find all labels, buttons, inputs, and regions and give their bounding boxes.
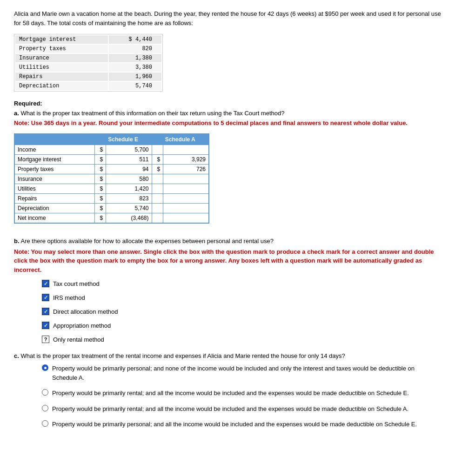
col-header-label [14,134,94,145]
schedule-label: Depreciation [14,203,94,213]
radio-item[interactable]: Property would be primarily rental; and … [42,404,448,414]
schedule-e-dollar: $ [94,203,106,213]
checkbox-item[interactable]: ? Only rental method [42,336,448,343]
question-a-label: a. What is the proper tax treatment of t… [14,110,448,117]
schedule-e-value: 823 [106,193,152,203]
schedule-e-dollar: $ [94,174,106,184]
schedule-a-value: 3,929 [163,154,209,164]
cost-value: 820 [109,45,161,53]
cost-row: Insurance1,380 [15,54,161,62]
checkbox-label: IRS method [53,294,85,301]
cost-row: Mortgage interest$ 4,440 [15,35,161,44]
schedule-wrapper: Schedule E Schedule A Income $ 5,700 Mor… [14,133,448,224]
cost-label: Utilities [15,63,108,72]
cost-value: 5,740 [109,82,161,90]
schedule-e-dollar: $ [94,193,106,203]
checkbox-item[interactable]: ✓ IRS method [42,294,448,301]
question-b-label: b. Are there options available for how t… [14,238,448,245]
schedule-row: Income $ 5,700 [14,145,209,154]
cost-label: Property taxes [15,45,108,53]
schedule-row: Property taxes $ 94 $ 726 [14,164,209,174]
radio-circle[interactable] [42,364,48,371]
schedule-row: Depreciation $ 5,740 [14,203,209,213]
radio-circle[interactable] [42,389,48,396]
radio-item[interactable]: Property would be primarily rental; and … [42,389,448,398]
schedule-label: Repairs [14,193,94,203]
checkbox-item[interactable]: ✓ Tax court method [42,280,448,287]
schedule-a-dollar [152,145,163,154]
cost-value: 1,960 [109,73,161,81]
radio-text: Property would be primarily personal; an… [52,420,417,429]
schedule-table: Schedule E Schedule A Income $ 5,700 Mor… [14,133,209,224]
schedule-row: Net income $ (3,468) [14,213,209,223]
schedule-label: Utilities [14,184,94,193]
checkbox-item[interactable]: ✓ Appropriation method [42,322,448,329]
checkbox-item[interactable]: ✓ Direct allocation method [42,308,448,315]
checkbox-box[interactable]: ✓ [42,294,49,301]
schedule-e-value: 1,420 [106,184,152,193]
schedule-a-value [163,193,209,203]
schedule-row: Mortgage interest $ 511 $ 3,929 [14,154,209,164]
radio-item[interactable]: Property would be primarily personal; an… [42,364,448,382]
radio-text: Property would be primarily personal; an… [52,364,434,382]
schedule-a-value [163,145,209,154]
schedule-a-value [163,213,209,223]
schedule-e-value: 5,700 [106,145,152,154]
schedule-label: Net income [14,213,94,223]
schedule-e-value: 511 [106,154,152,164]
cost-value: 1,380 [109,54,161,62]
schedule-a-dollar: $ [152,164,163,174]
cost-row: Utilities3,380 [15,63,161,72]
cost-row: Depreciation5,740 [15,82,161,90]
radio-circle[interactable] [42,405,48,411]
section-c: c. What is the proper tax treatment of t… [14,352,448,429]
schedule-e-value: 580 [106,174,152,184]
radio-item[interactable]: Property would be primarily personal; an… [42,420,448,429]
cost-label: Mortgage interest [15,35,108,44]
schedule-a-value [163,174,209,184]
cost-table: Mortgage interest$ 4,440Property taxes82… [14,34,163,92]
schedule-e-dollar: $ [94,164,106,174]
schedule-a-dollar [152,174,163,184]
schedule-label: Mortgage interest [14,154,94,164]
schedule-e-dollar: $ [94,145,106,154]
schedule-label: Insurance [14,174,94,184]
schedule-a-dollar [152,203,163,213]
schedule-a-dollar: $ [152,154,163,164]
schedule-label: Income [14,145,94,154]
schedule-a-dollar [152,184,163,193]
intro-text: Alicia and Marie own a vacation home at … [14,9,448,27]
schedule-row: Repairs $ 823 [14,193,209,203]
schedule-e-value: 5,740 [106,203,152,213]
cost-value: $ 4,440 [109,35,161,44]
radio-group: Property would be primarily personal; an… [42,364,448,429]
cost-label: Insurance [15,54,108,62]
cost-label: Depreciation [15,82,108,90]
cost-value: 3,380 [109,63,161,72]
section-b: b. Are there options available for how t… [14,238,448,344]
checkbox-label: Only rental method [53,336,104,343]
required-label: Required: [14,100,448,107]
schedule-e-value: (3,468) [106,213,152,223]
checkbox-box[interactable]: ✓ [42,322,49,329]
col-header-schedule-e: Schedule E [94,134,152,145]
checkbox-box[interactable]: ? [42,336,49,343]
radio-circle[interactable] [42,420,48,427]
schedule-a-dollar [152,193,163,203]
schedule-row: Insurance $ 580 [14,174,209,184]
cost-row: Repairs1,960 [15,73,161,81]
schedule-e-dollar: $ [94,154,106,164]
schedule-row: Utilities $ 1,420 [14,184,209,193]
checkbox-box[interactable]: ✓ [42,308,49,315]
schedule-e-dollar: $ [94,184,106,193]
schedule-a-value [163,203,209,213]
schedule-e-value: 94 [106,164,152,174]
schedule-a-dollar [152,213,163,223]
schedule-a-value [163,184,209,193]
question-c-label: c. What is the proper tax treatment of t… [14,352,448,359]
cost-row: Property taxes820 [15,45,161,53]
schedule-label: Property taxes [14,164,94,174]
schedule-e-dollar: $ [94,213,106,223]
checkbox-label: Tax court method [53,280,100,287]
checkbox-box[interactable]: ✓ [42,280,49,287]
